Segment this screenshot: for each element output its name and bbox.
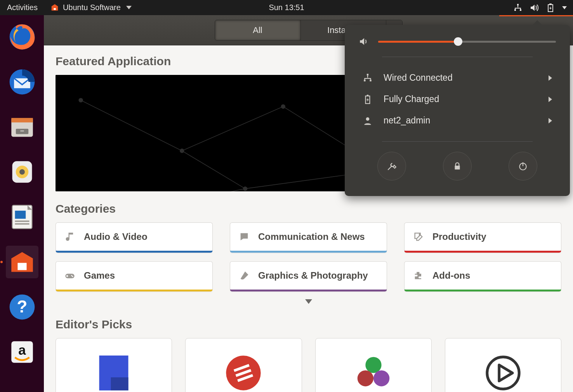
svg-point-32	[79, 98, 83, 102]
network-icon	[513, 3, 523, 12]
categories-grid: Audio & Video Communication & News Produ…	[56, 222, 561, 291]
svg-rect-59	[367, 95, 368, 96]
pick-item[interactable]	[56, 338, 172, 392]
svg-rect-18	[17, 263, 26, 270]
category-productivity[interactable]: Productivity	[404, 222, 561, 253]
app-menu[interactable]: Ubuntu Software	[45, 3, 137, 12]
settings-button[interactable]	[377, 152, 406, 180]
pick-item[interactable]	[315, 338, 432, 392]
category-communication-news[interactable]: Communication & News	[230, 222, 387, 253]
battery-icon	[546, 3, 555, 12]
svg-text:a: a	[18, 343, 26, 357]
volume-icon	[359, 36, 369, 47]
top-bar: Activities Ubuntu Software Sun 13:51	[0, 0, 573, 15]
svg-point-38	[243, 187, 247, 191]
svg-point-44	[72, 276, 73, 277]
clock[interactable]: Sun 13:51	[269, 3, 304, 12]
network-icon	[363, 73, 373, 83]
category-audio-video[interactable]: Audio & Video	[56, 222, 213, 253]
menu-label: net2_admin	[384, 115, 430, 126]
svg-point-34	[281, 105, 285, 109]
svg-rect-8	[11, 118, 33, 123]
chevron-down-icon	[126, 6, 132, 9]
svg-rect-2	[520, 9, 521, 11]
puzzle-icon	[413, 270, 424, 281]
user-icon	[363, 116, 373, 126]
chevron-right-icon	[549, 97, 552, 102]
ubuntu-software-icon	[50, 3, 59, 12]
dock-app-help[interactable]: ?	[6, 291, 38, 323]
category-label: Add-ons	[432, 270, 470, 281]
svg-point-33	[180, 149, 184, 153]
chevron-right-icon	[549, 75, 552, 81]
music-note-icon	[64, 231, 75, 242]
pick-item[interactable]	[185, 338, 302, 392]
menu-label: Fully Charged	[384, 94, 439, 104]
svg-point-43	[71, 275, 72, 276]
tools-icon	[387, 161, 397, 171]
menu-power-status[interactable]: Fully Charged	[359, 88, 556, 110]
brush-icon	[239, 270, 250, 281]
edit-square-icon	[413, 231, 424, 242]
dock-app-libreoffice-writer[interactable]	[6, 201, 38, 233]
activities-button[interactable]: Activities	[0, 3, 45, 12]
svg-rect-4	[549, 3, 552, 5]
speech-bubble-icon	[239, 231, 250, 242]
svg-rect-46	[111, 377, 128, 390]
category-label: Graphics & Photography	[258, 270, 368, 281]
svg-point-60	[366, 117, 370, 121]
system-tray[interactable]	[513, 3, 573, 12]
gamepad-icon	[64, 270, 75, 281]
svg-text:?: ?	[17, 297, 27, 316]
volume-slider[interactable]	[378, 41, 556, 43]
volume-icon	[530, 3, 539, 12]
divider	[382, 57, 533, 57]
editors-picks-heading: Editor's Picks	[56, 318, 561, 331]
svg-rect-56	[364, 80, 365, 81]
category-label: Audio & Video	[84, 231, 148, 242]
battery-icon	[363, 94, 373, 104]
categories-heading: Categories	[56, 202, 561, 215]
chevron-right-icon	[549, 118, 552, 123]
svg-point-13	[19, 169, 25, 175]
menu-label: Wired Connected	[384, 73, 453, 83]
svg-point-54	[487, 357, 519, 389]
power-button[interactable]	[509, 152, 537, 180]
svg-rect-10	[20, 130, 24, 131]
category-label: Productivity	[432, 231, 486, 242]
svg-rect-42	[66, 276, 68, 276]
volume-row	[359, 36, 556, 47]
lock-button[interactable]	[443, 152, 472, 180]
dock-app-firefox[interactable]	[6, 21, 38, 53]
dock-app-rhythmbox[interactable]	[6, 156, 38, 188]
tray-active-indicator	[499, 15, 573, 16]
category-label: Communication & News	[258, 231, 365, 242]
dock-app-ubuntu-software[interactable]	[6, 246, 38, 278]
svg-rect-55	[367, 74, 368, 75]
power-icon	[518, 161, 528, 171]
svg-point-53	[373, 370, 389, 386]
menu-network[interactable]: Wired Connected	[359, 67, 556, 88]
volume-thumb[interactable]	[454, 37, 462, 46]
volume-fill	[378, 41, 458, 43]
app-menu-label: Ubuntu Software	[63, 3, 121, 12]
editors-picks-grid	[56, 338, 561, 392]
category-games[interactable]: Games	[56, 261, 213, 291]
svg-point-51	[365, 357, 381, 373]
tab-all[interactable]: All	[215, 20, 300, 40]
svg-rect-16	[15, 220, 29, 222]
lock-icon	[452, 161, 462, 171]
dock-app-files[interactable]	[6, 111, 38, 143]
svg-rect-1	[514, 9, 516, 11]
dock: ? a	[0, 15, 44, 392]
svg-rect-61	[455, 166, 460, 170]
dock-app-amazon[interactable]: a	[6, 336, 38, 368]
categories-expand[interactable]	[56, 291, 561, 307]
category-graphics-photography[interactable]: Graphics & Photography	[230, 261, 387, 291]
category-add-ons[interactable]: Add-ons	[404, 261, 561, 291]
pick-item[interactable]	[445, 338, 561, 392]
svg-point-52	[357, 370, 373, 386]
dock-app-thunderbird[interactable]	[6, 66, 38, 98]
menu-user[interactable]: net2_admin	[359, 110, 556, 131]
svg-rect-57	[370, 80, 371, 81]
